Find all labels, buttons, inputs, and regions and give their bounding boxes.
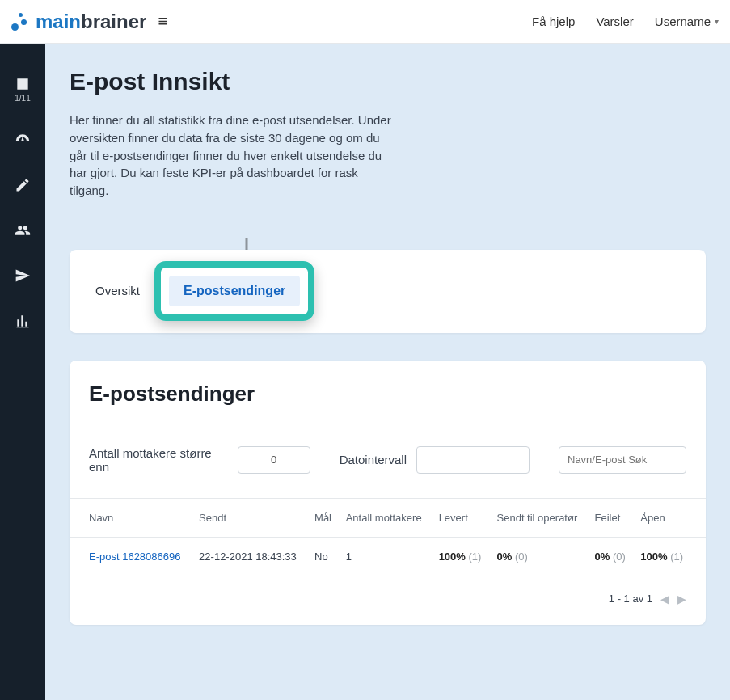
row-delivered-pct: 100% (439, 550, 466, 563)
col-delivered[interactable]: Levert (433, 498, 491, 537)
tab-sendings[interactable]: E-postsendinger (169, 276, 300, 306)
topbar: mainbrainer ≡ Få hjelp Varsler Username … (0, 0, 730, 44)
filter-row: Antall mottakere større enn Datointerval… (70, 428, 706, 498)
tabs-card: Oversikt E-postsendinger (70, 250, 706, 333)
pager-text: 1 - 1 av 1 (609, 592, 652, 605)
logo-text-brain: brainer (81, 11, 146, 32)
row-failed-pct: 0% (595, 550, 610, 563)
row-recipients: 1 (340, 537, 433, 576)
filter-recipients-input[interactable] (238, 446, 310, 474)
sidebar-item-contacts[interactable] (0, 222, 45, 238)
row-to-operator: 0% (0) (491, 537, 589, 576)
col-failed[interactable]: Feilet (589, 498, 635, 537)
chevron-down-icon: ▾ (715, 17, 719, 26)
checklist-icon (15, 76, 31, 92)
username-label: Username (655, 15, 711, 28)
row-delivered: 100% (1) (433, 537, 491, 576)
header-block: E-post Innsikt Her finner du all statist… (45, 44, 730, 230)
sidebar: 1/11 (0, 44, 45, 700)
pager: 1 - 1 av 1 ◀ ▶ (70, 576, 706, 625)
pencil-icon (15, 177, 31, 193)
filter-date-label: Datointervall (340, 453, 407, 466)
sidebar-progress-label: 1/11 (15, 94, 30, 103)
search-input[interactable] (559, 446, 686, 474)
logo[interactable]: mainbrainer (11, 11, 146, 33)
pager-next-icon[interactable]: ▶ (677, 592, 686, 605)
col-goal[interactable]: Mål (308, 498, 340, 537)
help-link[interactable]: Få hjelp (532, 15, 575, 28)
sidebar-item-onboarding[interactable]: 1/11 (0, 76, 45, 103)
filter-date: Datointervall (340, 446, 530, 474)
row-to-operator-pct: 0% (497, 550, 513, 563)
pager-prev-icon[interactable]: ◀ (660, 592, 669, 605)
filter-recipients: Antall mottakere større enn (89, 446, 310, 474)
row-sent: 22-12-2021 18:43:33 (192, 537, 308, 576)
alerts-link[interactable]: Varsler (596, 15, 633, 28)
row-open: 100% (1) (634, 537, 706, 576)
content: E-post Innsikt Her finner du all statist… (45, 44, 730, 700)
tabs-row: Oversikt E-postsendinger (70, 250, 706, 333)
page-description: Her finner du all statistikk fra dine e-… (70, 112, 393, 200)
row-goal: No (308, 537, 340, 576)
row-failed: 0% (0) (589, 537, 635, 576)
row-open-count: (1) (670, 550, 683, 563)
table-row: E-post 1628086696 22-12-2021 18:43:33 No… (70, 537, 706, 576)
filter-recipients-label: Antall mottakere større enn (89, 446, 228, 474)
tabs-area: Oversikt E-postsendinger E-postsendinger… (45, 250, 730, 649)
filter-search (559, 446, 686, 474)
menu-toggle-icon[interactable]: ≡ (158, 12, 167, 31)
table-header-row: Navn Sendt Mål Antall mottakere Levert S… (70, 498, 706, 537)
logo-text-main: main (36, 11, 81, 32)
row-delivered-count: (1) (469, 550, 482, 563)
sendings-table: Navn Sendt Mål Antall mottakere Levert S… (70, 498, 706, 576)
col-to-operator[interactable]: Sendt til operatør (491, 498, 589, 537)
people-icon (15, 222, 31, 238)
col-sent[interactable]: Sendt (192, 498, 308, 537)
row-failed-count: (0) (613, 550, 626, 563)
row-to-operator-count: (0) (515, 550, 528, 563)
sidebar-item-dashboard[interactable] (0, 132, 45, 148)
page-title: E-post Innsikt (70, 68, 706, 95)
tab-overview[interactable]: Oversikt (81, 276, 154, 306)
sidebar-item-insight[interactable] (0, 313, 45, 329)
row-open-pct: 100% (640, 550, 667, 563)
sidebar-item-send[interactable] (0, 268, 45, 284)
layout: 1/11 E-post Innsikt Her finner du all st… (0, 44, 730, 700)
logo-dots-icon (11, 13, 32, 31)
sendings-panel: E-postsendinger Antall mottakere større … (70, 361, 706, 625)
topbar-right: Få hjelp Varsler Username ▾ (532, 15, 719, 28)
paper-plane-icon (15, 268, 31, 284)
row-name-link[interactable]: E-post 1628086696 (89, 550, 180, 563)
col-recipients[interactable]: Antall mottakere (340, 498, 433, 537)
col-open[interactable]: Åpen (634, 498, 706, 537)
sidebar-item-editor[interactable] (0, 177, 45, 193)
tutorial-highlight: E-postsendinger (154, 261, 314, 321)
topbar-left: mainbrainer ≡ (11, 11, 167, 33)
bar-chart-icon (15, 313, 31, 329)
col-name[interactable]: Navn (70, 498, 192, 537)
panel-title: E-postsendinger (70, 361, 706, 428)
gauge-icon (15, 132, 31, 148)
user-menu[interactable]: Username ▾ (655, 15, 719, 28)
filter-date-input[interactable] (416, 446, 530, 474)
